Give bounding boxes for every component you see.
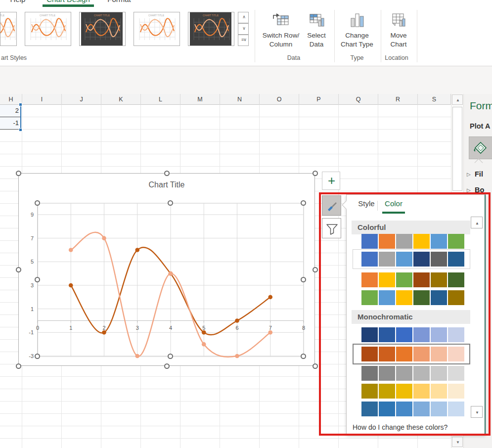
chart-styles-button[interactable] [322,195,341,216]
column-header-M[interactable]: M [180,94,220,105]
select-data-icon [307,12,326,29]
colorful-palette-1[interactable] [361,234,465,249]
column-header-J[interactable]: J [62,94,101,105]
add-chart-element-button[interactable]: + [322,172,340,190]
dark-orange-series-marker[interactable] [102,330,106,335]
data-range-handle-bottom[interactable] [19,128,22,132]
column-header-Q[interactable]: Q [339,94,378,105]
chart-filters-button[interactable] [322,218,341,238]
chart-area-handle[interactable] [164,363,170,369]
plot-area-handle[interactable] [301,200,306,206]
plot-area-handle[interactable] [35,200,40,206]
chart-area-handle[interactable] [313,267,318,272]
flyout-tab-style[interactable]: Style [356,199,377,212]
palette-swatch [413,252,430,267]
light-orange-series-marker[interactable] [135,354,139,358]
palette-swatch [413,272,430,287]
palette-swatch [379,366,395,381]
column-header-N[interactable]: N [220,94,260,105]
monochromatic-palette-3[interactable] [361,366,465,381]
palette-swatch [396,290,412,305]
light-orange-series-marker[interactable] [69,248,73,252]
chart-area-handle[interactable] [16,363,21,369]
chart-title[interactable]: Chart Title [19,180,314,192]
gallery-scroll-up-button[interactable]: ∧ [238,12,249,23]
column-header-K[interactable]: K [101,94,141,105]
ribbon-tab-help[interactable]: Help [7,0,29,8]
ribbon-group-label-data: Data [274,54,313,62]
change-chart-type-icon [347,12,367,29]
monochromatic-palette-4[interactable] [361,384,465,399]
dark-orange-series-marker[interactable] [268,295,272,300]
change-chart-type-button[interactable]: ChangeChart Type [335,9,379,60]
cell-H2[interactable]: -1 [0,117,21,130]
plot-area-handle[interactable] [168,200,173,206]
plot-area-handle[interactable] [301,277,306,282]
flyout-tab-color[interactable]: Color [382,199,405,212]
chart-style-preview: CHART TITLE [81,12,123,45]
triangle-up-icon: ▲ [471,221,483,225]
flyout-scroll-up-button[interactable]: ▲ [471,217,483,228]
chart-style-preview: CHART TITLE [27,12,68,45]
light-orange-series-marker[interactable] [235,354,239,358]
monochromatic-palette-1[interactable] [361,327,465,342]
plot-area-handle[interactable] [35,277,40,282]
select-data-button[interactable]: SelectData [294,9,339,60]
colorful-palette-3[interactable] [361,272,465,287]
column-header-P[interactable]: P [299,94,339,105]
dark-orange-series-marker[interactable] [135,248,139,252]
help-change-colors-link[interactable]: How do I change these colors? [353,423,481,433]
svg-text:4: 4 [169,325,172,331]
light-orange-series-marker[interactable] [102,236,106,240]
ribbon-tab-format[interactable]: Format [104,0,134,8]
palette-swatch [431,402,447,416]
colorful-palette-4[interactable] [361,290,465,305]
column-header-O[interactable]: O [260,94,299,105]
palette-swatch [396,366,412,381]
data-range-handle-top[interactable] [19,103,22,106]
chevron-down-icon: ∨ [238,26,249,31]
ribbon-tab-chart-design[interactable]: Chart Design [43,0,94,8]
dark-orange-series-marker[interactable] [235,318,239,323]
gallery-scroll-down-button[interactable]: ∨ [238,23,249,35]
chart-style-thumbnail-2[interactable]: CHART TITLE [25,12,71,46]
plot-area-handle[interactable] [168,354,173,359]
chart-area[interactable]: 97531-1-3012345678Chart Title [18,173,315,366]
move-chart-button[interactable]: MoveChart [376,9,421,60]
scroll-thumb[interactable] [452,107,462,191]
dark-orange-series-marker[interactable] [202,330,206,335]
plot-area-handle[interactable] [301,354,306,359]
column-header-I[interactable]: I [22,94,62,105]
light-orange-series-marker[interactable] [202,342,206,347]
chart-style-thumbnail-5[interactable]: CHART TITLE [188,12,234,46]
scroll-up-button[interactable]: ▲ [452,94,463,105]
light-orange-series-marker[interactable] [169,271,173,276]
plus-icon: + [322,173,341,188]
format-pane-row-fil[interactable]: ▷Fil [467,170,492,180]
svg-text:-3: -3 [29,353,34,359]
chart-area-handle[interactable] [16,171,21,176]
chart-style-thumbnail-4[interactable]: CHART TITLE [134,12,180,46]
palette-swatch [396,327,412,342]
chart-area-handle[interactable] [313,171,318,176]
column-header-L[interactable]: L [141,94,180,105]
cell-H1[interactable]: 2 [0,105,21,117]
light-orange-series-marker[interactable] [268,330,272,335]
colorful-palette-2[interactable] [361,252,465,267]
fill-line-tab-button[interactable] [469,136,492,159]
gallery-more-styles-button[interactable]: ≡∨ [238,35,249,46]
chart-area-handle[interactable] [16,267,21,272]
monochromatic-palette-2[interactable] [361,347,465,361]
palette-swatch [396,272,412,287]
monochromatic-palette-5[interactable] [361,402,465,416]
chart-area-handle[interactable] [313,363,318,369]
scroll-down-button[interactable]: ▼ [452,437,463,447]
column-header-S[interactable]: S [418,94,451,105]
column-header-R[interactable]: R [378,94,418,105]
dark-orange-series-marker[interactable] [69,283,73,288]
chart-style-thumbnail-1[interactable]: CHART TITLE [0,12,17,46]
chart-area-handle[interactable] [164,171,170,176]
chart-style-thumbnail-3[interactable]: CHART TITLE [79,12,126,46]
plot-area-handle[interactable] [35,354,40,359]
flyout-scroll-down-button[interactable]: ▼ [471,406,483,418]
